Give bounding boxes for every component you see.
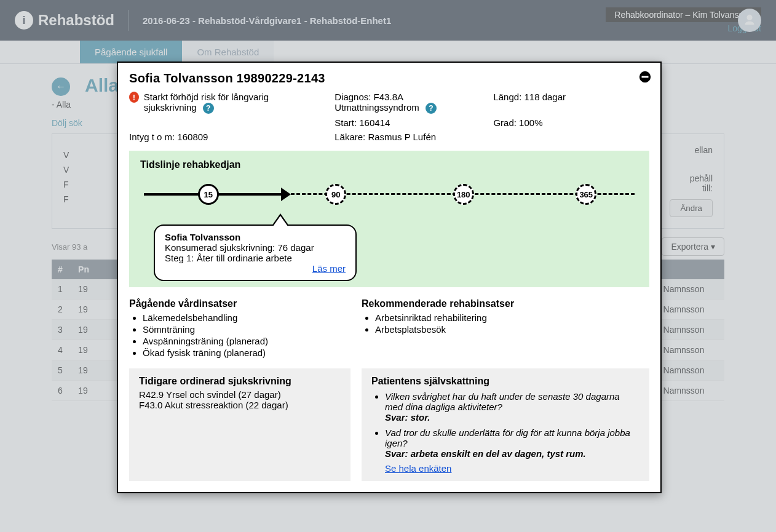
list-item: Sömnträning (143, 324, 350, 335)
start: Start: 160414 (335, 117, 475, 128)
close-icon (638, 70, 652, 84)
meta-grid: Diagnos: F43.8A Utmattningssyndrom ? Län… (129, 92, 649, 142)
survey-link[interactable]: Se hela enkäten (385, 463, 451, 474)
timeline-tooltip: Sofia Tolvansson Konsumerad sjukskrivnin… (154, 224, 357, 281)
list-item: Ökad fysisk träning (planerad) (143, 347, 350, 359)
patient-selfassessment: Patientens självskattning Vilken svårigh… (362, 368, 649, 481)
ongoing-care: Pågående vårdinsatser Läkemedelsbehandli… (129, 298, 350, 359)
langd: Längd: 118 dagar (493, 92, 649, 114)
timeline: 15 90 180 365 (144, 181, 635, 206)
help-diagnos-icon[interactable]: ? (426, 103, 437, 114)
patient-modal: Sofia Tolvansson 19890229-2143 Diagnos: … (117, 62, 662, 493)
timeline-box: Tidslinje rehabkedjan 15 90 180 365 Sofi… (129, 151, 649, 287)
arrow-icon (281, 188, 291, 201)
timeline-node-365[interactable]: 365 (576, 184, 596, 205)
modal-title: Sofia Tolvansson 19890229-2143 (129, 71, 649, 85)
svg-rect-1 (642, 76, 649, 78)
intyg: Intyg t o m: 160809 (129, 132, 316, 142)
tooltip-step: Steg 1: Åter till ordinarie arbete (165, 253, 346, 263)
lakare: Läkare: Rasmus P Lufén (335, 132, 475, 142)
list-item: Arbetsplatsbesök (375, 324, 649, 335)
previous-sickleave: Tidigare ordinerad sjukskrivning R42.9 Y… (129, 368, 350, 481)
care-columns: Pågående vårdinsatser Läkemedelsbehandli… (129, 298, 649, 359)
timeline-node-15[interactable]: 15 (198, 184, 219, 205)
timeline-node-180[interactable]: 180 (453, 184, 474, 205)
diagnos: Diagnos: F43.8A Utmattningssyndrom (335, 92, 419, 113)
tooltip-more-link[interactable]: Läs mer (312, 263, 346, 274)
warning-icon: ! (129, 92, 139, 103)
list-item: Läkemedelsbehandling (143, 312, 350, 324)
grad: Grad: 100% (493, 117, 649, 128)
timeline-title: Tidslinje rehabkedjan (140, 159, 638, 170)
bottom-columns: Tidigare ordinerad sjukskrivning R42.9 Y… (129, 368, 649, 481)
tooltip-name: Sofia Tolvansson (165, 232, 346, 242)
help-risk-icon[interactable]: ? (203, 103, 214, 114)
list-item: Arbetsinriktad rehabilitering (375, 312, 649, 324)
close-button[interactable] (638, 70, 652, 84)
recommended-care: Rekommenderade rehabinsatser Arbetsinrik… (362, 298, 649, 359)
list-item: Avspänningsträning (planerad) (143, 335, 350, 347)
tooltip-consumed: Konsumerad sjukskrivning: 76 dagar (165, 242, 346, 253)
timeline-node-90[interactable]: 90 (325, 184, 346, 205)
